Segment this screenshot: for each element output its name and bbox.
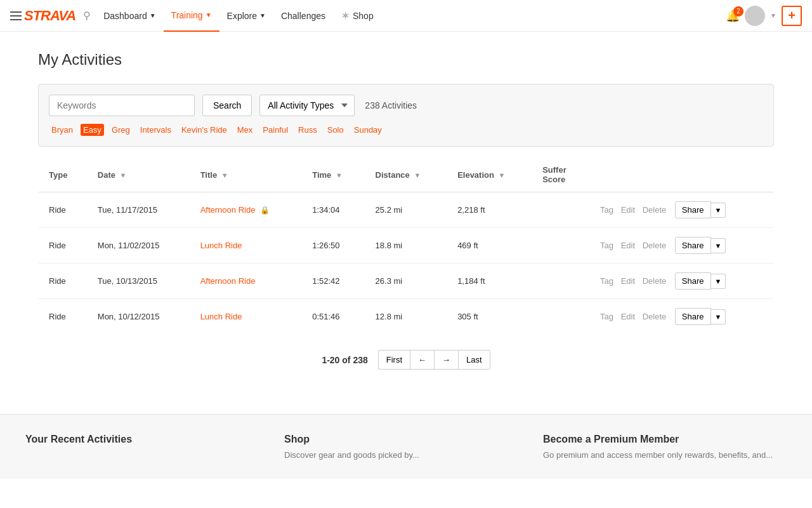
share-group: Share ▼	[675, 272, 726, 290]
cell-distance: 26.3 mi	[365, 264, 448, 299]
cell-suffer-score	[532, 192, 587, 228]
cell-elevation: 305 ft	[447, 299, 532, 335]
page-title: My Activities	[38, 51, 774, 69]
tag-mex[interactable]: Mex	[235, 124, 256, 136]
nav-item-shop[interactable]: ✶ Shop	[333, 0, 381, 32]
share-caret-button[interactable]: ▼	[711, 309, 726, 324]
delete-button[interactable]: Delete	[640, 205, 669, 215]
edit-button[interactable]: Edit	[619, 312, 638, 321]
share-caret-button[interactable]: ▼	[711, 238, 726, 253]
keyword-input[interactable]	[49, 95, 195, 116]
share-button[interactable]: Share	[675, 308, 711, 325]
cell-time: 1:26:50	[302, 228, 365, 264]
tag-greg[interactable]: Greg	[109, 124, 133, 136]
footer-premium: Become a Premium Member Go premium and a…	[543, 434, 787, 460]
col-distance[interactable]: Distance ▼	[365, 157, 448, 192]
cell-type: Ride	[39, 228, 88, 264]
share-caret-button[interactable]: ▼	[711, 274, 726, 289]
cell-actions: Tag Edit Delete Share ▼	[587, 299, 773, 335]
tag-easy[interactable]: Easy	[81, 124, 104, 136]
search-icon[interactable]: ⚲	[83, 10, 91, 22]
lock-icon: 🔒	[260, 206, 270, 215]
col-date[interactable]: Date ▼	[88, 157, 190, 192]
tag-kevins-ride[interactable]: Kevin's Ride	[179, 124, 230, 136]
cell-elevation: 469 ft	[447, 228, 532, 264]
notifications-bell[interactable]: 🔔 2	[726, 9, 740, 23]
edit-button[interactable]: Edit	[619, 205, 638, 215]
filter-bar: Search All Activity Types Ride Run Swim …	[38, 84, 774, 147]
share-caret-button[interactable]: ▼	[711, 203, 726, 218]
cell-actions: Tag Edit Delete Share ▼	[587, 228, 773, 264]
user-avatar[interactable]	[745, 6, 765, 26]
share-group: Share ▼	[675, 308, 726, 325]
notification-badge: 2	[733, 6, 743, 17]
brand-logo: STRAVA	[24, 8, 75, 24]
share-button[interactable]: Share	[675, 201, 711, 218]
search-button[interactable]: Search	[202, 95, 252, 116]
col-actions	[587, 157, 773, 192]
nav-item-challenges[interactable]: Challenges	[273, 0, 333, 32]
main-nav: STRAVA ⚲ Dashboard ▼ Training ▼ Explore …	[0, 0, 812, 32]
tag-intervals[interactable]: Intervals	[138, 124, 174, 136]
table-row: Ride Mon, 10/12/2015 Lunch Ride 0:51:46 …	[39, 299, 774, 335]
nav-item-explore[interactable]: Explore ▼	[219, 0, 273, 32]
share-button[interactable]: Share	[675, 272, 711, 290]
cell-title: Afternoon Ride	[190, 264, 303, 299]
cell-type: Ride	[39, 299, 88, 335]
tag-painful[interactable]: Painful	[260, 124, 291, 136]
activity-link[interactable]: Afternoon Ride	[200, 276, 256, 286]
tag-solo[interactable]: Solo	[325, 124, 346, 136]
tag-button[interactable]: Tag	[598, 276, 616, 286]
page-info: 1-20 of 238	[322, 355, 367, 365]
cell-date: Tue, 11/17/2015	[88, 192, 190, 228]
nav-item-dashboard[interactable]: Dashboard ▼	[96, 0, 163, 32]
tag-button[interactable]: Tag	[598, 205, 616, 215]
cell-title: Lunch Ride	[190, 299, 303, 335]
main-content: My Activities Search All Activity Types …	[25, 32, 787, 389]
cell-date: Tue, 10/13/2015	[88, 264, 190, 299]
edit-button[interactable]: Edit	[619, 241, 638, 250]
table-row: Ride Tue, 11/17/2015 Afternoon Ride 🔒 1:…	[39, 192, 774, 228]
activity-link[interactable]: Afternoon Ride	[200, 205, 256, 215]
hamburger-menu[interactable]	[10, 11, 22, 20]
col-elevation[interactable]: Elevation ▼	[447, 157, 532, 192]
tag-bryan[interactable]: Bryan	[49, 124, 75, 136]
avatar-caret[interactable]: ▼	[770, 12, 776, 19]
activity-link[interactable]: Lunch Ride	[200, 312, 242, 321]
tag-button[interactable]: Tag	[598, 241, 616, 250]
activity-link[interactable]: Lunch Ride	[200, 241, 242, 250]
tag-sunday[interactable]: Sunday	[351, 124, 384, 136]
col-type[interactable]: Type	[39, 157, 88, 192]
tag-russ[interactable]: Russ	[296, 124, 320, 136]
cell-actions: Tag Edit Delete Share ▼	[587, 264, 773, 299]
nav-item-training[interactable]: Training ▼	[164, 0, 219, 32]
cell-actions: Tag Edit Delete Share ▼	[587, 192, 773, 228]
tag-button[interactable]: Tag	[598, 312, 616, 321]
cell-date: Mon, 11/02/2015	[88, 228, 190, 264]
col-title[interactable]: Title ▼	[190, 157, 303, 192]
delete-button[interactable]: Delete	[640, 241, 669, 250]
footer-recent-activities: Your Recent Activities	[25, 434, 269, 460]
pagination: 1-20 of 238 First ← → Last	[38, 350, 774, 370]
last-page-button[interactable]: Last	[458, 350, 490, 370]
edit-button[interactable]: Edit	[619, 276, 638, 286]
add-activity-button[interactable]: +	[782, 6, 802, 26]
col-time[interactable]: Time ▼	[302, 157, 365, 192]
cell-title: Lunch Ride	[190, 228, 303, 264]
activities-table: Type Date ▼ Title ▼ Time ▼ Distance ▼ El…	[38, 157, 774, 335]
share-group: Share ▼	[675, 237, 726, 254]
next-page-button[interactable]: →	[434, 350, 458, 370]
first-page-button[interactable]: First	[378, 350, 410, 370]
share-button[interactable]: Share	[675, 237, 711, 254]
prev-page-button[interactable]: ←	[410, 350, 434, 370]
cell-suffer-score	[532, 299, 587, 335]
table-header-row: Type Date ▼ Title ▼ Time ▼ Distance ▼ El…	[39, 157, 774, 192]
col-suffer-score: SufferScore	[532, 157, 587, 192]
cell-time: 1:34:04	[302, 192, 365, 228]
delete-button[interactable]: Delete	[640, 276, 669, 286]
delete-button[interactable]: Delete	[640, 312, 669, 321]
cell-type: Ride	[39, 192, 88, 228]
activity-count: 238 Activities	[365, 100, 417, 110]
activity-type-select[interactable]: All Activity Types Ride Run Swim Walk Hi…	[259, 95, 355, 116]
cell-suffer-score	[532, 228, 587, 264]
